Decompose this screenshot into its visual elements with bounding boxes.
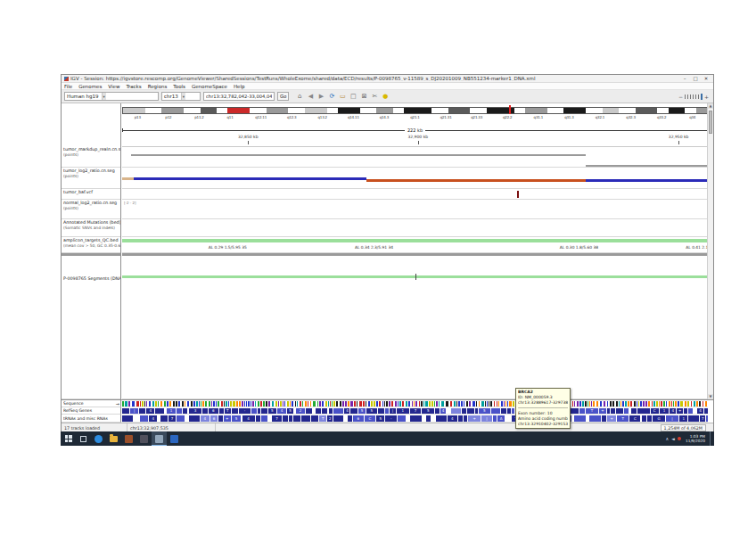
gene-feature: C bbox=[629, 415, 640, 422]
back-arrow-icon[interactable]: ◀ bbox=[306, 92, 315, 102]
sequence-tick bbox=[155, 401, 157, 407]
menu-item-view[interactable]: View bbox=[108, 84, 119, 89]
cytoband bbox=[239, 108, 250, 113]
taskbar-clock[interactable]: 1:03 PM 11/9/2020 bbox=[684, 434, 707, 443]
resize-window-icon[interactable]: ⊠ bbox=[359, 92, 368, 102]
gene-label: 5 bbox=[370, 409, 373, 413]
sequence-tick bbox=[461, 401, 463, 407]
sequence-tick bbox=[699, 401, 701, 407]
gene-label: 7 bbox=[275, 417, 278, 421]
menu-item-file[interactable]: File bbox=[64, 84, 72, 89]
sequence-tick bbox=[319, 401, 321, 407]
tooltip-line: chr13:32910402-32915333 bbox=[518, 422, 568, 427]
region-tool-icon[interactable]: ▭ bbox=[338, 92, 347, 102]
sequence-tick bbox=[366, 401, 366, 407]
go-button[interactable]: Go bbox=[277, 92, 289, 101]
chromosome-select[interactable]: chr13 ▾ bbox=[161, 92, 201, 101]
start-button[interactable] bbox=[61, 431, 76, 446]
file-explorer-icon[interactable] bbox=[106, 431, 121, 446]
gene-feature bbox=[306, 408, 312, 414]
sequence-tick bbox=[263, 401, 265, 407]
forward-arrow-icon[interactable]: ▶ bbox=[316, 92, 325, 102]
close-button[interactable]: ✕ bbox=[702, 75, 711, 82]
zoom-out-icon[interactable]: − bbox=[678, 94, 683, 100]
zoom-slider-handle[interactable] bbox=[701, 94, 703, 100]
menu-bar: FileGenomesViewTracksRegionsToolsGenomeS… bbox=[62, 83, 713, 90]
gene-feature bbox=[293, 415, 300, 422]
gene-feature bbox=[258, 408, 260, 414]
genome-select[interactable]: Human hg19 ▾ bbox=[64, 92, 159, 101]
show-desktop-button[interactable] bbox=[710, 431, 712, 446]
bottom-track-name-cell[interactable]: RefSeq Genes bbox=[62, 407, 121, 415]
outlook-app-icon[interactable] bbox=[167, 431, 182, 446]
sequence-tick bbox=[593, 401, 595, 407]
cytoband-label: q31.1 bbox=[534, 115, 543, 119]
gene-feature bbox=[611, 408, 615, 414]
sequence-tick bbox=[412, 401, 413, 407]
ideogram-position-marker bbox=[509, 105, 511, 114]
chromosome-ideogram[interactable] bbox=[122, 107, 708, 114]
ruler-tick-mark bbox=[248, 141, 249, 144]
cytoband-label: q32.1 bbox=[596, 115, 604, 119]
track-name-cell[interactable]: normal_log2_ratio.cn.seg(points) bbox=[62, 200, 120, 219]
edge-browser-icon[interactable] bbox=[91, 431, 106, 446]
ruler-line bbox=[425, 130, 707, 131]
scrollbar-thumb[interactable] bbox=[709, 111, 712, 134]
bottom-track-name-cell[interactable]: Sequence→ bbox=[62, 400, 121, 407]
sequence-tick bbox=[275, 401, 277, 407]
menu-item-regions[interactable]: Regions bbox=[148, 84, 168, 89]
tray-chevron-icon[interactable]: ∧ bbox=[665, 431, 669, 446]
home-icon[interactable]: ⌂ bbox=[295, 92, 304, 102]
gene-feature bbox=[704, 408, 708, 414]
menu-item-genomespace[interactable]: GenomeSpace bbox=[192, 84, 227, 89]
cytoband-label: q14.3 bbox=[380, 115, 389, 119]
minimize-button[interactable]: – bbox=[680, 75, 689, 82]
sequence-tick bbox=[577, 401, 579, 407]
sequence-tick bbox=[616, 401, 618, 407]
track-name-cell[interactable]: tumor_baf.vcf bbox=[62, 189, 120, 200]
vertical-scrollbar[interactable]: ▲ ▼ bbox=[707, 103, 713, 399]
track-name-cell[interactable]: tumor_log2_ratio.cn.seg(points) bbox=[62, 168, 120, 189]
menu-item-genomes[interactable]: Genomes bbox=[78, 84, 102, 89]
menu-item-help[interactable]: Help bbox=[234, 84, 245, 89]
gene-label: 1 bbox=[682, 417, 685, 421]
gene-feature: 1 bbox=[660, 408, 670, 414]
sequence-tick bbox=[625, 401, 627, 407]
zoom-in-icon[interactable]: + bbox=[704, 94, 709, 100]
sequence-tick bbox=[638, 401, 639, 407]
snapshot-icon[interactable]: □ bbox=[349, 92, 357, 102]
sequence-tick bbox=[634, 401, 636, 407]
menu-item-tools[interactable]: Tools bbox=[173, 84, 185, 89]
locus-input[interactable] bbox=[203, 92, 275, 101]
sequence-tick bbox=[648, 401, 650, 407]
refresh-icon[interactable]: ⟳ bbox=[327, 92, 336, 102]
gene-feature: - bbox=[385, 415, 397, 422]
track-name-cell[interactable]: P-0098765 Segments (DNAcopy) bbox=[62, 256, 120, 399]
scroll-up-arrow[interactable]: ▲ bbox=[708, 103, 713, 109]
sequence-tick bbox=[628, 401, 629, 407]
gene-feature bbox=[155, 408, 163, 414]
notification-badge-icon[interactable] bbox=[678, 437, 681, 440]
volume-icon[interactable]: ◄ bbox=[671, 431, 675, 446]
track-name-cell[interactable]: Annotated Mutations (bed)(Somatic SNVs a… bbox=[62, 219, 120, 237]
track-name-cell[interactable]: amplicon_targets_QC.bed(mean cov > 50, G… bbox=[62, 237, 120, 253]
gene-feature: 4 bbox=[242, 415, 255, 422]
menu-item-tracks[interactable]: Tracks bbox=[126, 84, 141, 89]
sequence-tick bbox=[498, 401, 499, 407]
task-view-button[interactable] bbox=[76, 431, 91, 446]
maximize-button[interactable]: □ bbox=[691, 75, 700, 82]
igv-app-icon[interactable] bbox=[152, 431, 167, 446]
sequence-tick bbox=[431, 401, 433, 407]
gene-label: | bbox=[392, 409, 393, 413]
track-name-cell[interactable]: tumor_markdup_realn.cn.seg(points) bbox=[62, 146, 120, 168]
track-data-range: [-2 - 2] bbox=[124, 201, 136, 205]
gene-feature: 5 bbox=[287, 408, 292, 414]
bottom-track-name-cell[interactable]: tRNAs and misc RNAs bbox=[62, 415, 121, 423]
bottom-track-row: |4136T-5452455|17545GGGT+C14+4 bbox=[122, 407, 708, 415]
photos-app-icon[interactable] bbox=[121, 431, 136, 446]
cut-icon[interactable]: ✂ bbox=[370, 92, 379, 102]
mail-app-icon[interactable] bbox=[136, 431, 152, 446]
popup-balloon-icon[interactable]: ● bbox=[381, 92, 390, 102]
zoom-slider[interactable]: −+ bbox=[678, 94, 711, 100]
sequence-tick bbox=[230, 401, 232, 407]
